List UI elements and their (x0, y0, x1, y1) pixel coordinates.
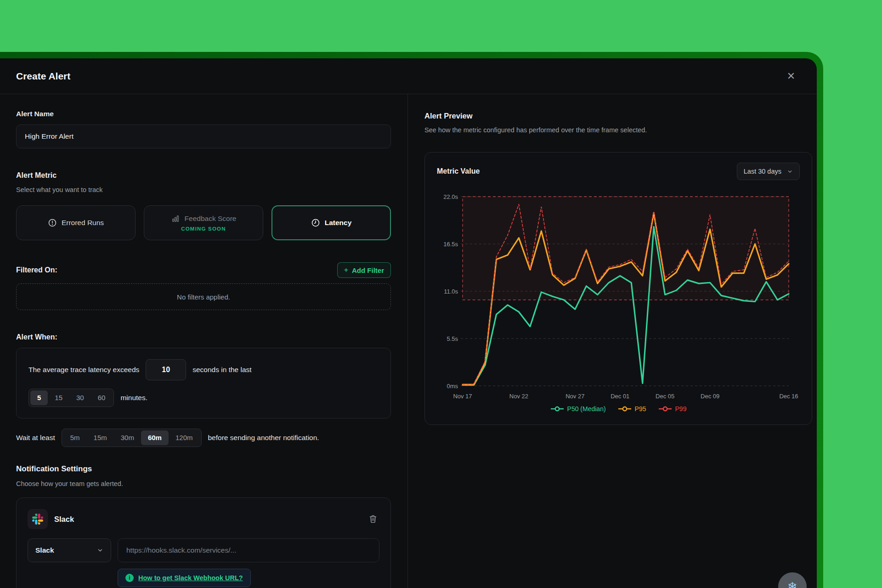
snowflake-icon: ❄ (787, 580, 797, 588)
window-option-5[interactable]: 5 (30, 390, 48, 405)
notification-settings-hint: Choose how your team gets alerted. (16, 480, 391, 487)
filtered-on-row: Filtered On: + Add Filter (16, 262, 391, 278)
create-alert-modal: Create Alert ✕ Alert Name Alert Metric S… (0, 58, 817, 588)
notification-settings-title: Notification Settings (16, 464, 391, 474)
cooldown-suffix: before sending another notification. (208, 434, 319, 442)
window-suffix: minutes. (120, 394, 147, 402)
legend-item-p50-median: P50 (Median) (550, 405, 606, 413)
legend-item-p99: P99 (658, 405, 687, 413)
condition-row-window: 5 15 30 60 minutes. (28, 389, 379, 407)
legend-marker-icon (550, 406, 564, 412)
alert-preview-panel: Alert Preview See how the metric configu… (408, 94, 817, 588)
filtered-on-label: Filtered On: (16, 266, 57, 274)
coming-soon-badge: COMING SOON (181, 226, 226, 232)
condition-row-threshold: The average trace latency exceeds second… (28, 359, 379, 380)
time-range-value: Last 30 days (744, 168, 781, 175)
svg-text:Nov 17: Nov 17 (453, 393, 472, 400)
svg-text:Dec 01: Dec 01 (611, 393, 629, 400)
cooldown-option-60m[interactable]: 60m (141, 430, 169, 445)
legend-label: P95 (635, 405, 646, 413)
clock-icon (311, 218, 320, 227)
cooldown-prefix: Wait at least (16, 434, 55, 442)
condition-text-before: The average trace latency exceeds (28, 366, 139, 374)
channel-type-value: Slack (35, 546, 54, 554)
cooldown-option-120m[interactable]: 120m (169, 430, 200, 445)
plus-icon: + (344, 266, 348, 274)
svg-text:16.5s: 16.5s (443, 241, 458, 248)
svg-text:11.0s: 11.0s (444, 288, 458, 295)
threshold-seconds-input[interactable] (146, 359, 186, 380)
modal-title: Create Alert (16, 71, 70, 82)
alert-preview-title: Alert Preview (424, 112, 812, 120)
add-filter-button[interactable]: + Add Filter (337, 262, 391, 278)
no-filters-placeholder: No filters applied. (16, 283, 391, 310)
alert-name-input[interactable] (16, 124, 391, 148)
chevron-down-icon (787, 169, 793, 175)
chevron-down-icon (97, 547, 103, 554)
slack-logo-icon (28, 509, 48, 529)
window-minutes-segmented: 5 15 30 60 (28, 389, 114, 407)
cooldown-option-5m[interactable]: 5m (63, 430, 87, 445)
metric-value-card: Metric Value Last 30 days 0ms5.5s11.0s16… (424, 152, 812, 425)
alert-condition-box: The average trace latency exceeds second… (16, 348, 391, 418)
webhook-help-pill: i How to get Slack Webhook URL? (118, 569, 251, 587)
chart-legend: P50 (Median)P95P99 (437, 405, 800, 413)
delete-channel-button[interactable] (367, 512, 379, 526)
svg-text:Nov 22: Nov 22 (509, 393, 528, 400)
svg-text:Dec 09: Dec 09 (701, 393, 719, 400)
modal-header: Create Alert ✕ (0, 58, 817, 94)
metric-options: Errored Runs Feedback Score COMING SOON (16, 205, 391, 240)
bar-chart-icon (171, 214, 180, 223)
alert-circle-icon (48, 218, 57, 227)
cooldown-row: Wait at least 5m 15m 30m 60m 120m before… (16, 429, 391, 447)
metric-option-label: Latency (325, 219, 352, 227)
alert-name-label: Alert Name (16, 110, 391, 118)
trash-icon (368, 518, 378, 525)
condition-text-after: seconds in the last (192, 366, 251, 374)
svg-text:Dec 05: Dec 05 (656, 393, 674, 400)
legend-item-p95: P95 (618, 405, 646, 413)
svg-text:Dec 16: Dec 16 (779, 393, 798, 400)
create-alert-modal-frame: Create Alert ✕ Alert Name Alert Metric S… (0, 52, 823, 588)
alert-when-label: Alert When: (16, 333, 391, 341)
info-icon: i (125, 574, 134, 582)
channel-type-select[interactable]: Slack (28, 538, 111, 562)
window-option-60[interactable]: 60 (91, 390, 113, 405)
svg-text:0ms: 0ms (447, 383, 458, 390)
legend-label: P99 (675, 405, 687, 413)
alert-metric-hint: Select what you want to track (16, 186, 391, 193)
legend-marker-icon (658, 406, 672, 412)
webhook-url-input[interactable] (118, 538, 379, 562)
cooldown-option-30m[interactable]: 30m (114, 430, 141, 445)
metric-option-latency[interactable]: Latency (271, 205, 391, 240)
close-icon: ✕ (787, 70, 795, 82)
metric-option-label: Feedback Score (185, 215, 237, 223)
cooldown-option-15m[interactable]: 15m (87, 430, 114, 445)
latency-percentiles-chart: 0ms5.5s11.0s16.5s22.0sNov 17Nov 22Nov 27… (437, 187, 800, 404)
webhook-help-row: i How to get Slack Webhook URL? (28, 569, 379, 587)
svg-text:5.5s: 5.5s (447, 335, 458, 342)
time-range-select[interactable]: Last 30 days (737, 163, 800, 180)
alert-metric-label: Alert Metric (16, 171, 391, 180)
chart-title: Metric Value (437, 167, 480, 175)
no-filters-text: No filters applied. (177, 293, 230, 301)
channel-name: Slack (54, 515, 74, 524)
close-button[interactable]: ✕ (784, 69, 798, 83)
modal-body: Alert Name Alert Metric Select what you … (0, 94, 817, 588)
svg-text:Nov 27: Nov 27 (565, 393, 584, 400)
svg-text:22.0s: 22.0s (443, 193, 458, 200)
legend-marker-icon (618, 406, 632, 412)
add-filter-label: Add Filter (352, 266, 384, 274)
slack-card-header: Slack (28, 509, 379, 529)
cooldown-segmented: 5m 15m 30m 60m 120m (62, 429, 202, 447)
metric-option-feedback-score[interactable]: Feedback Score COMING SOON (144, 205, 263, 240)
webhook-help-link[interactable]: How to get Slack Webhook URL? (138, 574, 243, 582)
slack-controls-row: Slack (28, 538, 379, 562)
alert-form-panel: Alert Name Alert Metric Select what you … (0, 94, 408, 588)
slack-channel-card: Slack Slack (16, 498, 391, 588)
chart-card-header: Metric Value Last 30 days (437, 163, 800, 180)
window-option-15[interactable]: 15 (48, 390, 69, 405)
metric-option-errored-runs[interactable]: Errored Runs (16, 205, 136, 240)
window-option-30[interactable]: 30 (69, 390, 91, 405)
metric-option-label: Errored Runs (62, 219, 104, 227)
